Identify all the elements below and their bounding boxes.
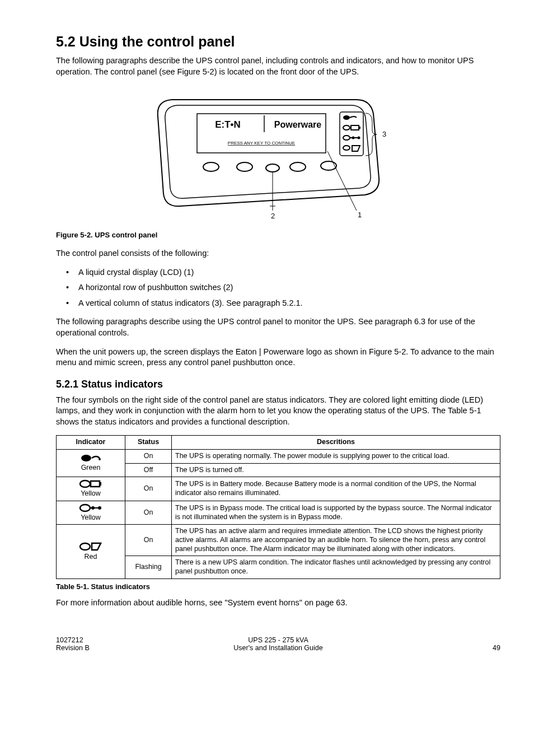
indicator-icon-normal	[343, 115, 357, 120]
bypass-icon	[78, 503, 103, 512]
subsection-heading: 5.2.1 Status indicators	[56, 379, 500, 390]
description-cell: The UPS is in Bypass mode. The critical …	[172, 501, 500, 525]
alarm-icon	[78, 542, 103, 552]
svg-point-6	[321, 161, 336, 170]
status-cell: On	[125, 477, 172, 501]
battery-icon	[78, 479, 103, 488]
svg-line-17	[327, 151, 357, 211]
table-row: Green On The UPS is operating normally. …	[57, 449, 500, 463]
svg-point-2	[203, 162, 219, 171]
figure-caption: Figure 5-2. UPS control panel	[56, 231, 500, 239]
table-header: Indicator	[57, 436, 125, 450]
svg-point-27	[91, 506, 95, 510]
callout-2: 2	[271, 212, 275, 220]
doc-number: 1027212	[56, 636, 123, 644]
description-cell: The UPS has an active alarm and requires…	[172, 525, 500, 556]
svg-rect-24	[100, 482, 101, 486]
svg-point-12	[343, 136, 350, 140]
indicator-color: Red	[60, 553, 121, 562]
svg-point-8	[343, 115, 350, 120]
svg-point-4	[266, 164, 279, 172]
table-row: Yellow On The UPS is in Battery mode. Be…	[57, 477, 500, 501]
footer-title-1: UPS 225 - 275 kVA	[123, 636, 433, 644]
page-footer: 1027212 Revision B UPS 225 - 275 kVA Use…	[56, 636, 500, 652]
section-heading: 5.2 Using the control panel	[56, 34, 500, 50]
indicator-color: Yellow	[60, 489, 121, 498]
svg-point-21	[99, 458, 101, 460]
revision: Revision B	[56, 644, 123, 652]
svg-point-22	[80, 480, 90, 487]
svg-point-16	[343, 146, 350, 150]
svg-point-5	[290, 162, 306, 171]
figure-5-2: E:T•N Powerware PRESS ANY KEY TO CONTINU…	[56, 88, 500, 225]
status-cell: Flashing	[125, 556, 172, 578]
description-cell: The UPS is turned off.	[172, 463, 500, 477]
brand-left-text: E:T•N	[215, 119, 241, 130]
list-intro: The control panel consists of the follow…	[56, 248, 500, 259]
svg-rect-10	[351, 125, 359, 130]
callout-3: 3	[382, 130, 386, 138]
callout-1: 1	[358, 211, 362, 219]
indicator-icon-battery	[343, 125, 360, 130]
after-table-paragraph: For more information about audible horns…	[56, 598, 500, 609]
subsection-intro: The four symbols on the right side of th…	[56, 395, 500, 428]
table-header: Status	[125, 436, 172, 450]
footer-title-2: User's and Installation Guide	[123, 644, 433, 652]
svg-point-25	[80, 505, 90, 511]
status-cell: On	[125, 501, 172, 525]
page-number: 49	[433, 644, 500, 652]
normal-icon	[79, 454, 102, 463]
status-indicators-table: Indicator Status Descritions Green On Th…	[56, 435, 500, 578]
svg-point-20	[81, 455, 91, 461]
status-cell: On	[125, 525, 172, 556]
paragraph: When the unit powers up, the screen disp…	[56, 347, 500, 368]
status-cell: Off	[125, 463, 172, 477]
brand-right-text: Powerware	[274, 120, 322, 129]
table-caption: Table 5-1. Status indicators	[56, 582, 500, 591]
table-header: Descritions	[172, 436, 500, 450]
table-row: Red On The UPS has an active alarm and r…	[57, 525, 500, 556]
list-item: A vertical column of status indicators (…	[56, 298, 500, 309]
svg-point-28	[98, 506, 101, 510]
indicator-icon-alarm	[343, 146, 360, 151]
indicator-color: Yellow	[60, 514, 121, 522]
list-item: A horizontal row of pushbutton switches …	[56, 282, 500, 293]
description-cell: The UPS is operating normally. The power…	[172, 449, 500, 463]
description-cell: The UPS is in Battery mode. Because Batt…	[172, 477, 500, 501]
control-panel-illustration: E:T•N Powerware PRESS ANY KEY TO CONTINU…	[149, 88, 407, 223]
list-item: A liquid crystal display (LCD) (1)	[56, 267, 500, 278]
table-row: Yellow On The UPS is in Bypass mode. The…	[57, 501, 500, 525]
svg-point-29	[80, 543, 90, 550]
components-list: A liquid crystal display (LCD) (1) A hor…	[56, 267, 500, 309]
intro-paragraph: The following paragraphs describe the UP…	[56, 55, 500, 77]
svg-rect-23	[91, 481, 100, 487]
svg-rect-11	[359, 127, 360, 129]
svg-point-9	[343, 125, 350, 130]
indicator-color: Green	[60, 464, 121, 473]
indicator-icon-bypass	[343, 136, 360, 140]
screen-message: PRESS ANY KEY TO CONTINUE	[228, 141, 295, 146]
description-cell: There is a new UPS alarm condition. The …	[172, 556, 500, 578]
svg-point-3	[237, 162, 252, 171]
status-cell: On	[125, 449, 172, 463]
paragraph: The following paragraphs describe using …	[56, 316, 500, 338]
